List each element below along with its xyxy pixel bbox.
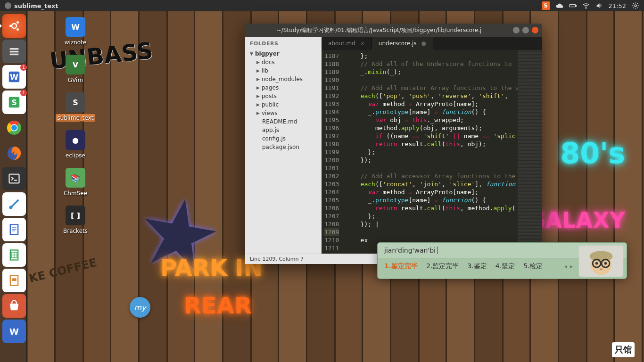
- desktop-icon-eclipse[interactable]: ● eclipse: [57, 130, 94, 159]
- svg-rect-0: [570, 4, 575, 7]
- tree-file[interactable]: app.js: [247, 126, 320, 134]
- svg-point-3: [635, 5, 636, 7]
- svg-rect-9: [10, 51, 19, 53]
- launcher-workbench[interactable]: [2, 192, 26, 216]
- neon-galaxy: GALAXY: [528, 207, 625, 233]
- desktop-icon-Brackets[interactable]: [ ] Brackets: [57, 206, 94, 235]
- sublime-titlebar[interactable]: ~/Study/编程学习资料/01.编程语言/JavaScript/项目/big…: [245, 24, 542, 37]
- app-icon: ●: [66, 130, 85, 150]
- tab-underscore.js[interactable]: underscore.js●: [372, 37, 433, 50]
- launcher-firefox[interactable]: [2, 141, 26, 165]
- tree-folder[interactable]: ▶ public: [247, 100, 320, 109]
- decor-my-badge: my: [130, 297, 150, 318]
- ime-candidate[interactable]: 4.坚定: [495, 262, 515, 271]
- desktop-icons: W wiznoteV GVimS sublime_text● eclipse📚 …: [57, 17, 94, 235]
- ime-cursor: [436, 247, 438, 254]
- tab-label: about.md: [328, 40, 355, 47]
- desktop-icon-label: wiznote: [63, 39, 88, 46]
- ime-candidate[interactable]: 2.监定完毕: [426, 262, 459, 271]
- launcher-terminal[interactable]: [2, 167, 26, 190]
- wifi-icon[interactable]: [582, 2, 590, 9]
- app-icon: V: [66, 55, 85, 74]
- tree-file[interactable]: README.md: [247, 117, 320, 126]
- tree-folder[interactable]: ▶ node_modules: [247, 75, 320, 83]
- editor[interactable]: 1187118811891190119111921193119411951196…: [322, 50, 542, 254]
- app-indicator-icon: [5, 2, 11, 9]
- ime-candidate[interactable]: 3.鉴定: [467, 262, 487, 271]
- app-icon: S: [66, 92, 85, 112]
- tree-file[interactable]: config.js: [247, 134, 320, 143]
- tree-folder[interactable]: ▶ lib: [247, 66, 320, 75]
- panel-app-title[interactable]: sublime_text: [14, 2, 58, 9]
- editor-area: about.md×underscore.js● 1187118811891190…: [322, 37, 542, 254]
- launcher-software-center[interactable]: [2, 294, 26, 318]
- decor-star: ★: [128, 173, 230, 296]
- volume-icon[interactable]: [595, 2, 603, 9]
- ime-candidate[interactable]: 1.鉴定完毕: [384, 262, 418, 271]
- maximize-button[interactable]: [522, 27, 529, 33]
- code-content[interactable]: }; // Add all of the Underscore function…: [343, 50, 518, 254]
- gear-icon[interactable]: [632, 2, 639, 9]
- tree-root[interactable]: ▼ bigpyer: [247, 49, 320, 58]
- decor-coffee: KE COFFEE: [28, 256, 98, 286]
- dirty-dot-icon[interactable]: ●: [421, 40, 426, 47]
- neon-80s: 80's: [560, 137, 625, 170]
- tree-folder[interactable]: ▶ pages: [247, 83, 320, 92]
- svg-text:W: W: [10, 73, 18, 82]
- close-button[interactable]: [532, 27, 538, 33]
- svg-rect-10: [10, 54, 19, 56]
- ime-indicator-sogou[interactable]: S: [542, 1, 550, 10]
- ime-mascot-image: [578, 246, 624, 277]
- svg-rect-1: [576, 5, 576, 7]
- ime-candidate[interactable]: 5.检定: [523, 262, 543, 271]
- launcher-wps-spreadsheet[interactable]: S 1: [2, 90, 26, 114]
- desktop-icon-sublime_text[interactable]: S sublime_text: [57, 92, 94, 122]
- svg-text:S: S: [11, 98, 17, 107]
- ime-next-icon[interactable]: ▸: [570, 263, 573, 270]
- tree-file[interactable]: package.json: [247, 143, 320, 151]
- ime-prev-icon[interactable]: ◂: [564, 263, 567, 270]
- desktop-icon-GVim[interactable]: V GVim: [57, 55, 94, 84]
- tree-folder[interactable]: ▶ views: [247, 109, 320, 117]
- launcher-wps-writer-2[interactable]: W: [2, 320, 26, 343]
- desktop-icon-label: eclipse: [64, 152, 87, 159]
- tree-folder[interactable]: ▶ posts: [247, 92, 320, 100]
- desktop-icon-label: GVim: [66, 76, 85, 84]
- svg-point-33: [589, 251, 612, 262]
- tree-folder[interactable]: ▶ docs: [247, 58, 320, 66]
- launcher-libreoffice-calc[interactable]: [2, 243, 26, 267]
- line-number-gutter: 1187118811891190119111921193119411951196…: [322, 50, 343, 254]
- svg-rect-24: [12, 227, 16, 228]
- desktop-icon-wiznote[interactable]: W wiznote: [57, 17, 94, 46]
- folder-tree: ▼ bigpyer▶ docs▶ lib▶ node_modules▶ page…: [245, 49, 322, 155]
- minimize-button[interactable]: [513, 27, 520, 33]
- battery-icon[interactable]: [569, 2, 577, 9]
- close-icon[interactable]: ×: [360, 40, 365, 47]
- tab-about.md[interactable]: about.md×: [322, 37, 372, 50]
- neon-rear: REAR: [184, 292, 252, 319]
- launcher-chrome[interactable]: [2, 116, 26, 140]
- minimap[interactable]: [518, 50, 542, 254]
- launcher-dash[interactable]: [2, 14, 26, 38]
- sublime-sidebar[interactable]: FOLDERS ▼ bigpyer▶ docs▶ lib▶ node_modul…: [245, 37, 322, 254]
- window-buttons: [513, 27, 538, 33]
- ime-nav: ◂▸: [564, 263, 573, 270]
- svg-rect-26: [12, 230, 15, 231]
- badge-icon: 1: [20, 64, 27, 71]
- svg-point-6: [17, 28, 19, 31]
- cloud-icon[interactable]: [556, 2, 563, 9]
- svg-point-7: [12, 24, 17, 28]
- svg-point-37: [595, 262, 598, 265]
- launcher-libreoffice-impress[interactable]: [2, 269, 26, 292]
- panel-clock[interactable]: 21:52: [609, 2, 626, 9]
- app-icon: [ ]: [66, 206, 85, 225]
- top-panel: sublime_text S 21:52: [0, 0, 644, 11]
- desktop-icon-ChmSee[interactable]: 📚 ChmSee: [57, 168, 94, 197]
- ime-input-text: jian'ding'wan'bi: [384, 247, 436, 254]
- launcher-files[interactable]: [2, 40, 26, 63]
- launcher-wps-writer[interactable]: W 1: [2, 65, 26, 89]
- launcher-libreoffice-writer[interactable]: [2, 218, 26, 241]
- svg-point-19: [11, 125, 17, 131]
- window-title-path: ~/Study/编程学习资料/01.编程语言/JavaScript/项目/big…: [249, 26, 509, 34]
- app-icon: W: [66, 17, 85, 37]
